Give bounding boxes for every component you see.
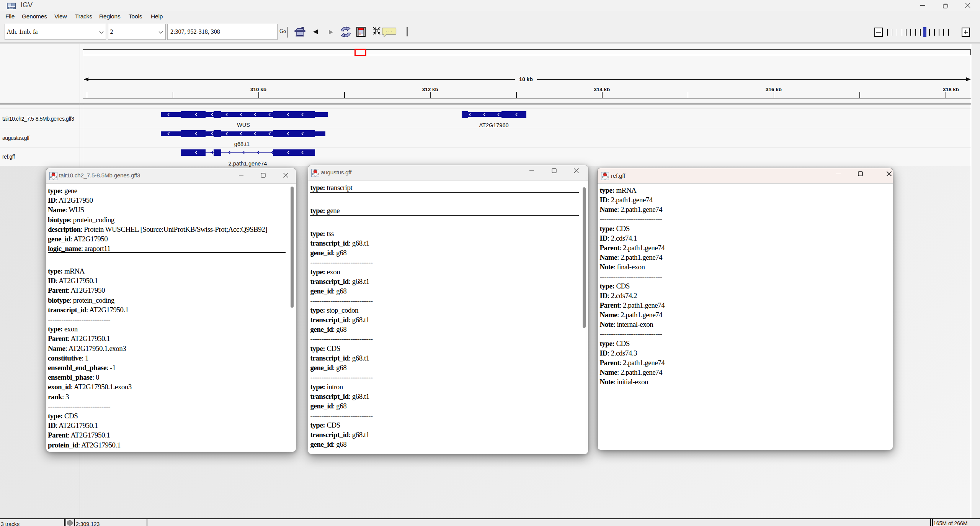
svg-text:IGV: IGV bbox=[9, 7, 13, 9]
